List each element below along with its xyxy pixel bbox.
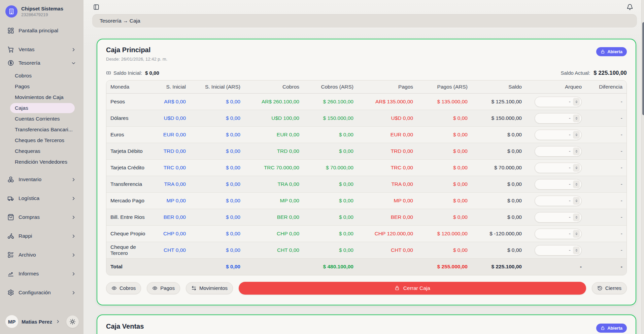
cell-cobros: TRC 70.000,00 <box>244 160 303 176</box>
sidebar-item-informes[interactable]: Informes <box>5 267 79 280</box>
arqueo-input[interactable]: - <box>535 229 582 239</box>
sidebar-item-cuentas-corrientes[interactable]: Cuentas Corrientes <box>10 114 75 124</box>
arqueo-input[interactable]: - <box>535 245 582 256</box>
sidebar-item-pantalla-principal[interactable]: Pantalla principal <box>5 24 79 37</box>
arqueo-placeholder: - <box>569 99 571 105</box>
sidebar-item-inventario[interactable]: Inventario <box>5 173 79 186</box>
sidebar-item-transferencias-bancari[interactable]: Transferencias Bancari... <box>10 125 75 135</box>
arqueo-input[interactable]: - <box>535 130 582 140</box>
sidebar-item-label: Ventas <box>19 46 34 53</box>
sidebar-item-chequeras[interactable]: Chequeras <box>10 146 75 156</box>
cell-saldo: $ -120.000,00 <box>472 226 526 242</box>
total-cell-pagos-ars: $ 255.000,00 <box>417 259 472 275</box>
arqueo-input[interactable]: - <box>535 179 582 190</box>
stepper-arrows-icon[interactable] <box>573 180 580 188</box>
cell-arqueo: - <box>526 193 586 209</box>
cell-s_inicial: CHP 0,00 <box>157 226 190 242</box>
stepper-arrows-icon[interactable] <box>573 246 580 254</box>
arqueo-input[interactable]: - <box>535 146 582 157</box>
notifications-bell-button[interactable] <box>625 3 634 11</box>
content: Caja Principal Desde: 26/01/2026, 12:42 … <box>83 28 644 334</box>
sidebar-submenu: CobrosPagosMovimientos de CajaCajasCuent… <box>5 71 79 167</box>
sidebar-item-rendicion-vendedores[interactable]: Rendición Vendedores <box>10 157 75 167</box>
stepper-arrows-icon[interactable] <box>573 164 580 172</box>
cell-cobros: AR$ 260.100,00 <box>244 94 303 110</box>
table-header-row: MonedaS. InicialS. Inicial (ARS)CobrosCo… <box>106 80 626 94</box>
movimientos-button[interactable]: Movimientos <box>186 282 233 294</box>
stepper-arrows-icon[interactable] <box>573 213 580 221</box>
arqueo-input[interactable]: - <box>535 113 582 124</box>
cell-cobros: EUR 0,00 <box>244 127 303 143</box>
arrows-swap-icon <box>191 286 197 291</box>
stepper-arrows-icon[interactable] <box>573 131 580 139</box>
cierres-button[interactable]: Cierres <box>592 282 627 294</box>
cell-saldo: $ 0,00 <box>472 209 526 226</box>
table-row-bill-entre-rios: Bill. Entre RiosBER 0,00$ 0,00BER 0,00$ … <box>106 209 626 226</box>
stepper-arrows-icon[interactable] <box>573 114 580 122</box>
org-name: Chipset Sistemas <box>21 6 63 11</box>
cell-cobros: MP 0,00 <box>244 193 303 209</box>
cell-diferencia: - <box>586 193 626 209</box>
scrollbar-track[interactable] <box>641 0 644 334</box>
cell-s_inicial_ars: $ 0,00 <box>190 209 244 226</box>
cell-s_inicial: U$D 0,00 <box>157 110 190 127</box>
sidebar-item-tesoreria[interactable]: Tesorería <box>5 57 79 69</box>
cobros-button[interactable]: Cobros <box>106 282 141 294</box>
arqueo-input[interactable]: - <box>535 212 582 223</box>
sidebar-item-configuracion[interactable]: Configuración <box>5 286 79 299</box>
cell-pagos: MP 0,00 <box>358 193 417 209</box>
cell-moneda: Cheque de Tercero <box>106 242 157 259</box>
sidebar-item-logistica[interactable]: Logística <box>5 192 79 205</box>
cell-arqueo: - <box>526 127 586 143</box>
cell-s_inicial_ars: $ 0,00 <box>190 226 244 242</box>
theme-toggle-button[interactable] <box>66 315 79 328</box>
sidebar-nav: Pantalla principalVentasTesoreríaCobrosP… <box>5 24 79 313</box>
cell-saldo: $ 0,00 <box>472 193 526 209</box>
chevron-right-icon <box>71 234 76 239</box>
sidebar-item-archivo[interactable]: Archivo <box>5 248 79 261</box>
cell-arqueo: - <box>526 209 586 226</box>
breadcrumb-text: Tesorería → Caja <box>100 18 140 24</box>
cell-pagos: TRC 0,00 <box>358 160 417 176</box>
cell-diferencia: - <box>586 160 626 176</box>
cell-s_inicial: BER 0,00 <box>157 209 190 226</box>
cell-pagos_ars: $ 0,00 <box>417 143 472 160</box>
sidebar-item-cajas[interactable]: Cajas <box>10 103 75 113</box>
arqueo-placeholder: - <box>569 165 571 171</box>
cell-s_inicial: MP 0,00 <box>157 193 190 209</box>
user-menu[interactable]: MP Matias Perez <box>5 315 60 328</box>
sidebar-item-cheques-de-terceros[interactable]: Cheques de Terceros <box>10 135 75 145</box>
stepper-arrows-icon[interactable] <box>573 230 580 238</box>
cerrar-caja-button[interactable]: Cerrar Caja <box>239 282 586 295</box>
stepper-arrows-icon[interactable] <box>573 197 580 205</box>
org-number: 23286479219 <box>21 12 63 17</box>
scrollbar-thumb[interactable] <box>642 22 644 115</box>
sidebar-item-label: Compras <box>19 214 40 220</box>
cell-cobros_ars: $ 0,00 <box>303 242 358 259</box>
stepper-arrows-icon[interactable] <box>573 147 580 155</box>
arqueo-input[interactable]: - <box>535 163 582 173</box>
cell-arqueo: - <box>526 143 586 160</box>
cell-pagos: AR$ 135.000,00 <box>358 94 417 110</box>
cell-cobros: TRD 0,00 <box>244 143 303 160</box>
chevron-right-icon <box>71 271 76 276</box>
stepper-arrows-icon[interactable] <box>573 98 580 106</box>
sidebar-item-cobros[interactable]: Cobros <box>10 71 75 81</box>
sidebar-toggle-button[interactable] <box>92 3 100 11</box>
sidebar-item-movimientos-de-caja[interactable]: Movimientos de Caja <box>10 92 75 102</box>
cell-s_inicial_ars: $ 0,00 <box>190 193 244 209</box>
arqueo-input[interactable]: - <box>535 97 582 107</box>
sidebar-item-pagos[interactable]: Pagos <box>10 81 75 92</box>
pagos-button[interactable]: Pagos <box>147 282 180 294</box>
arqueo-input[interactable]: - <box>535 196 582 206</box>
caja-principal-card: Caja Principal Desde: 26/01/2026, 12:42 … <box>97 39 636 305</box>
sidebar-item-label: Rappi <box>19 233 32 239</box>
org-header: Chipset Sistemas 23286479219 <box>5 5 79 20</box>
sidebar-item-compras[interactable]: Compras <box>5 211 79 224</box>
arqueo-placeholder: - <box>569 214 571 220</box>
sidebar-item-rappi[interactable]: Rappi <box>5 230 79 242</box>
cell-pagos_ars: $ 0,00 <box>417 127 472 143</box>
boxes-icon <box>7 176 14 183</box>
table-row-dolares: DólaresU$D 0,00$ 0,00U$D 100,00$ 150.000… <box>106 110 626 127</box>
sidebar-item-ventas[interactable]: Ventas <box>5 43 79 56</box>
